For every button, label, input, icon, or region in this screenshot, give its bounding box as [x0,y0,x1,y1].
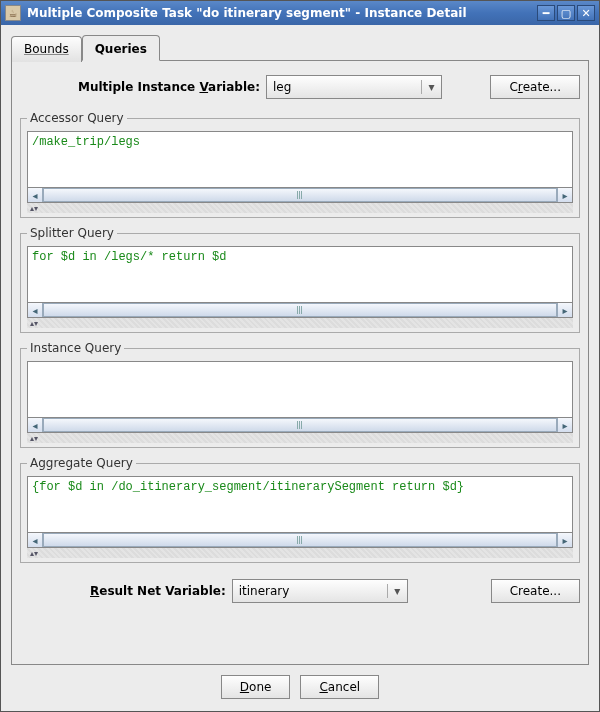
aggregate-hscrollbar[interactable]: ◂ ▸ [27,532,573,548]
titlebar[interactable]: ☕ Multiple Composite Task "do itinerary … [1,1,599,25]
done-button[interactable]: Done [221,675,291,699]
resize-grip[interactable]: ▴▾ [27,548,573,558]
accessor-query-legend: Accessor Query [27,111,127,125]
splitter-query-group: Splitter Query for $d in /legs/* return … [20,226,580,333]
tab-bar: Bounds Queries [11,35,589,61]
cancel-button[interactable]: Cancel [300,675,379,699]
chevron-down-icon: ▾ [387,584,407,598]
scroll-right-icon[interactable]: ▸ [557,303,572,317]
aggregate-query-editor[interactable]: {for $d in /do_itinerary_segment/itinera… [27,476,573,532]
result-variable-combo[interactable]: itinerary ▾ [232,579,408,603]
java-app-icon: ☕ [5,5,21,21]
result-variable-label: Result Net Variable: [90,584,226,598]
instance-variable-value: leg [273,80,421,94]
tab-bounds[interactable]: Bounds [11,36,82,62]
scroll-right-icon[interactable]: ▸ [557,188,572,202]
splitter-query-editor[interactable]: for $d in /legs/* return $d [27,246,573,302]
splitter-query-legend: Splitter Query [27,226,117,240]
instance-hscrollbar[interactable]: ◂ ▸ [27,417,573,433]
maximize-button[interactable]: ▢ [557,5,575,21]
result-variable-value: itinerary [239,584,387,598]
resize-grip[interactable]: ▴▾ [27,433,573,443]
scroll-left-icon[interactable]: ◂ [28,188,43,202]
create-variable-button[interactable]: Create... [490,75,580,99]
content-area: Bounds Queries Multiple Instance Variabl… [1,25,599,711]
scroll-right-icon[interactable]: ▸ [557,418,572,432]
instance-query-editor[interactable] [27,361,573,417]
accessor-query-group: Accessor Query /make_trip/legs ◂ ▸ ▴▾ [20,111,580,218]
tab-queries[interactable]: Queries [82,35,160,61]
instance-variable-label: Multiple Instance Variable: [78,80,260,94]
aggregate-query-group: Aggregate Query {for $d in /do_itinerary… [20,456,580,563]
minimize-button[interactable]: ━ [537,5,555,21]
dialog-button-row: Done Cancel [11,665,589,707]
scroll-right-icon[interactable]: ▸ [557,533,572,547]
close-window-button[interactable]: ✕ [577,5,595,21]
accessor-hscrollbar[interactable]: ◂ ▸ [27,187,573,203]
accessor-query-editor[interactable]: /make_trip/legs [27,131,573,187]
instance-variable-row: Multiple Instance Variable: leg ▾ Create… [78,75,580,99]
resize-grip[interactable]: ▴▾ [27,203,573,213]
result-variable-row: Result Net Variable: itinerary ▾ Create.… [90,579,580,603]
instance-variable-combo[interactable]: leg ▾ [266,75,442,99]
scroll-left-icon[interactable]: ◂ [28,303,43,317]
splitter-hscrollbar[interactable]: ◂ ▸ [27,302,573,318]
create-result-variable-button[interactable]: Create... [491,579,580,603]
queries-panel: Multiple Instance Variable: leg ▾ Create… [11,60,589,665]
instance-query-legend: Instance Query [27,341,124,355]
aggregate-query-legend: Aggregate Query [27,456,136,470]
instance-query-group: Instance Query ◂ ▸ ▴▾ [20,341,580,448]
scroll-left-icon[interactable]: ◂ [28,418,43,432]
scroll-left-icon[interactable]: ◂ [28,533,43,547]
window-title: Multiple Composite Task "do itinerary se… [27,6,535,20]
window-frame: ☕ Multiple Composite Task "do itinerary … [0,0,600,712]
chevron-down-icon: ▾ [421,80,441,94]
resize-grip[interactable]: ▴▾ [27,318,573,328]
